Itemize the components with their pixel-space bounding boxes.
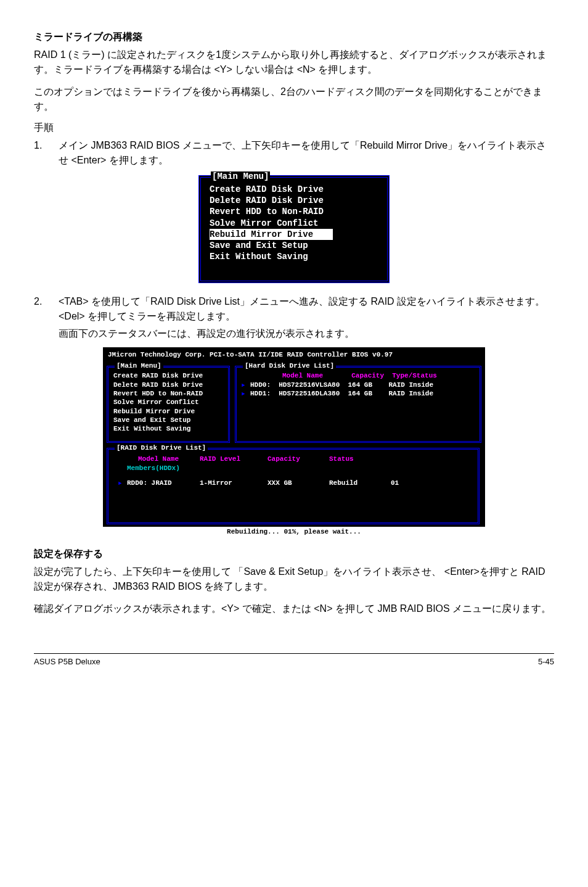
para-rebuild-2: このオプションではミラードライブを後から再構築し、2台のハードディスク間のデータ… xyxy=(34,85,554,114)
step-content-2a: <TAB> を使用して「RAID Disk Drive List」メニューへ進み… xyxy=(59,294,554,324)
bios-status-bar: Rebuilding... 01%, please wait... xyxy=(103,527,485,537)
bios-menu-item: Rebuild Mirror Drive xyxy=(210,229,333,240)
para-rebuild-1: RAID 1 (ミラー) に設定されたディスクを1度システムから取り外し再接続す… xyxy=(34,47,554,77)
bios-box-raid-list: [RAID Disk Drive List] Model NameRAID Le… xyxy=(107,448,480,524)
bios-menu-title: [Main Menu] xyxy=(211,171,270,181)
bios-box-raid-title: [RAID Disk Drive List] xyxy=(115,444,208,452)
steps-list-2: 2. <TAB> を使用して「RAID Disk Drive List」メニュー… xyxy=(34,294,554,341)
step-content-2b: 画面下のステータスバーには、再設定の進行状況が表示されます。 xyxy=(59,326,554,341)
bios-box-main-title: [Main Menu] xyxy=(115,362,163,369)
bios-menu-item: Save and Exit Setup xyxy=(210,240,378,251)
step-number-2: 2. xyxy=(34,294,59,309)
step-number-1: 1. xyxy=(34,138,59,153)
section-heading-save: 設定を保存する xyxy=(34,548,554,561)
bios-screen: JMicron Technology Corp. PCI-to-SATA II/… xyxy=(103,347,485,537)
footer-left: ASUS P5B Deluxe xyxy=(34,657,100,666)
para-save-2: 確認ダイアログボックスが表示されます。<Y> で確定、または <N> を押して … xyxy=(34,601,554,616)
bios-box-hdd-list: [Hard Disk Drive List] Model Name Capaci… xyxy=(235,366,481,443)
bios-menu-item: Solve Mirror Conflict xyxy=(210,218,378,229)
bios-menu-item: Create RAID Disk Drive xyxy=(210,184,378,195)
footer-right: 5-45 xyxy=(538,657,554,666)
bios-menu-item: Exit Without Saving xyxy=(210,251,378,262)
bios-screen-header: JMicron Technology Corp. PCI-to-SATA II/… xyxy=(103,351,485,361)
bios-menu-item: Delete RAID Disk Drive xyxy=(210,195,378,206)
bios-box-hdd-title: [Hard Disk Drive List] xyxy=(243,362,336,369)
bios-main-menu: [Main Menu] Create RAID Disk DriveDelete… xyxy=(198,175,390,283)
bios-box-main-menu: [Main Menu] Create RAID Disk Drive Delet… xyxy=(107,366,230,443)
steps-list: 1. メイン JMB363 RAID BIOS メニューで、上下矢印キーを使用し… xyxy=(34,138,554,168)
step-content-1: メイン JMB363 RAID BIOS メニューで、上下矢印キーを使用して「R… xyxy=(59,138,554,168)
page-footer: ASUS P5B Deluxe 5-45 xyxy=(34,653,554,666)
para-save-1: 設定が完了したら、上下矢印キーを使用して 「Save & Exit Setup」… xyxy=(34,564,554,594)
steps-heading: 手順 xyxy=(34,122,554,134)
bios-menu-item: Revert HDD to Non-RAID xyxy=(210,206,378,217)
section-heading-rebuild: ミラードライブの再構築 xyxy=(34,31,554,44)
